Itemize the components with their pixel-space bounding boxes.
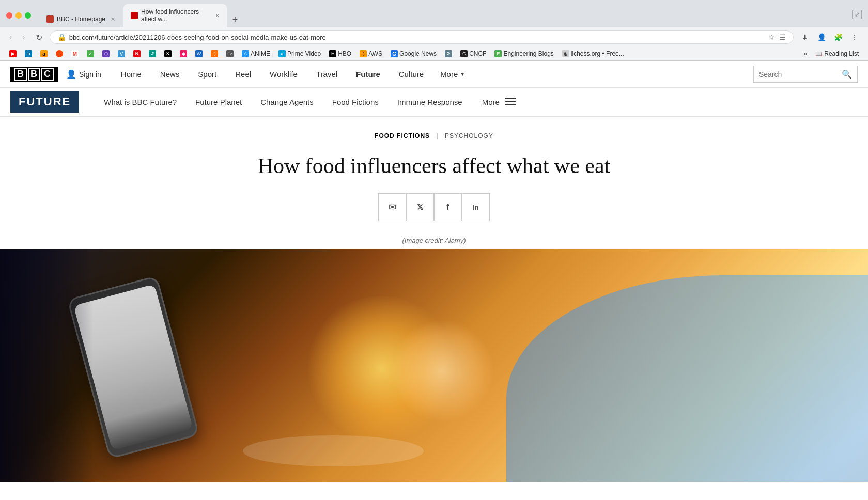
- chevron-down-icon: ▼: [460, 71, 465, 77]
- nav-culture[interactable]: Culture: [390, 61, 433, 88]
- bookmark-engblogs[interactable]: E Engineering Blogs: [491, 49, 556, 58]
- tab-close-1[interactable]: ✕: [111, 16, 115, 23]
- share-linkedin-button[interactable]: in: [462, 193, 490, 221]
- bookmark-netflix[interactable]: N: [130, 49, 144, 58]
- linkedin-icon: in: [25, 50, 32, 57]
- bookmark-item20[interactable]: ⚙: [442, 49, 455, 58]
- bbc-logo[interactable]: B B C: [10, 67, 58, 82]
- reload-button[interactable]: ↻: [33, 30, 45, 44]
- browser-chrome: BBC - Homepage ✕ How food influencers af…: [0, 0, 868, 61]
- diamond-icon: ◆: [180, 50, 187, 57]
- bookmark-item5[interactable]: ✓: [84, 49, 97, 58]
- refresh-icon: ↺: [149, 50, 156, 57]
- bookmark-aws[interactable]: ⬡ AWS: [357, 49, 385, 58]
- back-button[interactable]: ‹: [6, 30, 15, 44]
- bookmark-item13[interactable]: ⬡: [208, 49, 221, 58]
- nav-reel[interactable]: Reel: [226, 61, 260, 88]
- share-email-button[interactable]: ✉: [378, 193, 406, 221]
- share-twitter-button[interactable]: 𝕏: [406, 193, 434, 221]
- bookmark-item11[interactable]: ◆: [177, 49, 190, 58]
- future-nav-immune[interactable]: Immune Response: [388, 87, 472, 116]
- bookmark-cncf[interactable]: C CNCF: [457, 49, 489, 58]
- future-nav-planet[interactable]: Future Planet: [186, 87, 251, 116]
- bookmark-venmo[interactable]: V: [115, 49, 128, 58]
- facebook-icon: f: [446, 202, 449, 212]
- article-section[interactable]: FOOD FICTIONS: [375, 132, 430, 139]
- tab-close-2[interactable]: ✕: [215, 12, 220, 19]
- download-icon[interactable]: ⬇: [798, 30, 812, 44]
- future-nav-what[interactable]: What is BBC Future?: [95, 87, 186, 116]
- share-facebook-button[interactable]: f: [434, 193, 462, 221]
- bookmarks-more[interactable]: »: [801, 49, 811, 58]
- bookmark-star-icon[interactable]: ☆: [768, 33, 775, 41]
- close-button[interactable]: [6, 12, 12, 19]
- article-title: How food influencers affect what we eat: [202, 145, 667, 193]
- search-input[interactable]: [754, 67, 836, 82]
- browser-nav: ‹ › ↻ 🔒 bbc.com/future/article/20211206-…: [0, 27, 868, 48]
- forward-button[interactable]: ›: [19, 30, 28, 44]
- bookmark-aws-label: AWS: [368, 50, 382, 57]
- future-logo[interactable]: FUTURE: [10, 91, 79, 113]
- bookmark-youtube[interactable]: ▶: [6, 49, 20, 58]
- nav-sport[interactable]: Sport: [189, 61, 226, 88]
- bookmark-item10[interactable]: ✕: [161, 49, 175, 58]
- image-credit: (Image credit: Alamy): [0, 237, 868, 249]
- nav-future[interactable]: Future: [347, 61, 390, 88]
- sign-in-label: Sign in: [79, 70, 101, 79]
- future-nav-change[interactable]: Change Agents: [251, 87, 323, 116]
- address-bar[interactable]: 🔒 bbc.com/future/article/20211206-does-s…: [50, 30, 794, 44]
- reader-mode-icon[interactable]: ☰: [779, 33, 786, 41]
- bookmark-hbo[interactable]: H HBO: [326, 49, 354, 58]
- bbc-logo-wrapper: B B C: [10, 67, 58, 82]
- share-row: ✉ 𝕏 f in: [0, 193, 868, 237]
- bookmark-gnews[interactable]: G Google News: [388, 49, 440, 58]
- bbc-top-nav: B B C 👤 Sign in Home News Sport Reel Wor…: [0, 61, 868, 88]
- nav-worklife[interactable]: Worklife: [260, 61, 307, 88]
- lock-icon: 🔒: [57, 33, 66, 41]
- bookmark-f2[interactable]: F2: [223, 49, 237, 58]
- anime-favicon-icon: A: [242, 50, 249, 57]
- profile-icon[interactable]: 👤: [814, 30, 829, 44]
- settings-icon[interactable]: ⋮: [847, 30, 862, 44]
- bookmark-item12[interactable]: W: [192, 49, 206, 58]
- maximize-button[interactable]: [25, 12, 31, 19]
- bookmark-amazon[interactable]: a: [37, 49, 51, 58]
- nav-home[interactable]: Home: [112, 61, 151, 88]
- nav-travel[interactable]: Travel: [307, 61, 347, 88]
- search-button[interactable]: 🔍: [836, 66, 857, 82]
- dark-left-overlay: [0, 249, 93, 482]
- w-icon: W: [195, 50, 203, 57]
- reading-list-btn[interactable]: 📖 Reading List: [812, 49, 862, 58]
- nav-news[interactable]: News: [151, 61, 189, 88]
- bookmark-engblogs-label: Engineering Blogs: [503, 50, 553, 57]
- browser-tab-2[interactable]: How food influencers affect w... ✕: [123, 4, 227, 27]
- hand-shape: [506, 275, 868, 482]
- minimize-button[interactable]: [16, 12, 22, 19]
- prime-icon: a: [278, 50, 286, 57]
- nav-more-button[interactable]: More ▼: [433, 61, 472, 88]
- bookmark-anime[interactable]: A ANIME: [239, 49, 273, 58]
- browser-tab-1[interactable]: BBC - Homepage ✕: [39, 11, 122, 27]
- restore-button[interactable]: ⤢: [853, 10, 862, 19]
- new-tab-button[interactable]: +: [228, 12, 242, 27]
- bookmark-item9[interactable]: ↺: [146, 49, 159, 58]
- venmo-icon: V: [118, 50, 125, 57]
- future-more-label[interactable]: More: [482, 98, 500, 106]
- article-area: FOOD FICTIONS | PSYCHOLOGY How food infl…: [0, 117, 868, 249]
- sign-in-button[interactable]: 👤 Sign in: [66, 69, 101, 79]
- bookmark-linkedin[interactable]: in: [22, 49, 35, 58]
- bookmark-prime[interactable]: a Prime Video: [275, 49, 324, 58]
- aws-icon: ⬡: [360, 50, 367, 57]
- bookmark-lichess-label: lichess.org • Free...: [571, 50, 624, 57]
- bookmark-item6[interactable]: ⬡: [99, 49, 113, 58]
- bookmark-lichess[interactable]: ♞ lichess.org • Free...: [559, 49, 627, 58]
- future-nav-food[interactable]: Food Fictions: [323, 87, 388, 116]
- f2-icon: F2: [226, 50, 234, 57]
- linkedin-share-icon: in: [473, 204, 479, 211]
- email-icon: ✉: [389, 201, 396, 213]
- bookmark-reddit[interactable]: r: [53, 49, 66, 58]
- hamburger-menu[interactable]: [505, 98, 516, 105]
- extensions-icon[interactable]: 🧩: [831, 30, 845, 44]
- youtube-icon: ▶: [9, 50, 17, 57]
- bookmark-gmail[interactable]: M: [68, 49, 82, 58]
